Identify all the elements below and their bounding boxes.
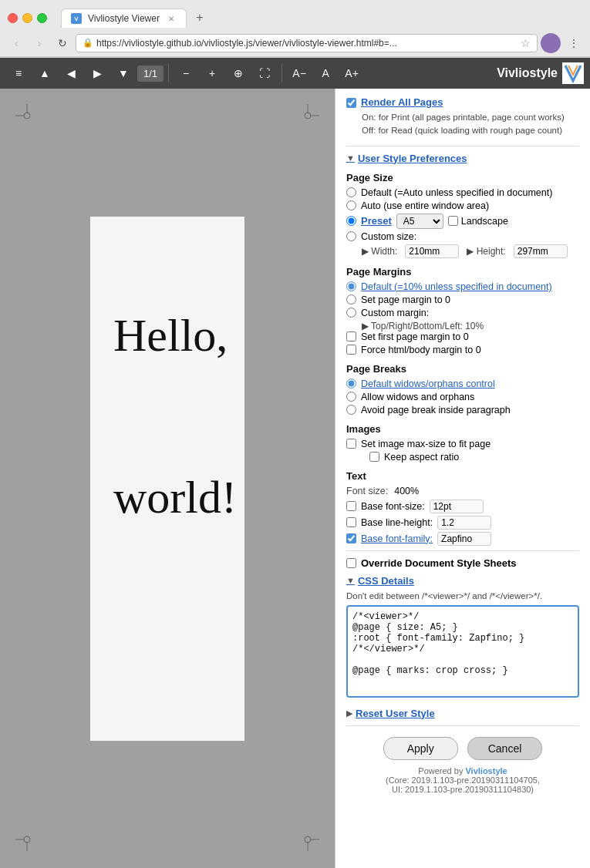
css-details-arrow-icon: ▼ — [346, 576, 355, 585]
text-section: Text Font size: 400% Base font-size: Bas… — [346, 470, 579, 546]
breaks-allow-radio[interactable] — [346, 392, 356, 402]
landscape-checkbox[interactable] — [448, 216, 458, 226]
custom-size-row: ▶ Width: ▶ Height: — [362, 244, 579, 258]
tab-close-icon[interactable]: ✕ — [166, 13, 177, 24]
footer-ui-info: UI: 2019.1.103-pre.20190311104830) — [346, 785, 579, 794]
fit-page-button[interactable]: ⛶ — [252, 61, 277, 86]
margin-default-row: Default (=10% unless specified in docume… — [346, 281, 579, 292]
margin-default-radio[interactable] — [346, 281, 356, 291]
new-tab-button[interactable]: + — [190, 8, 210, 28]
breaks-avoid-radio[interactable] — [346, 405, 356, 415]
footer-powered-by: Powered by Vivliostyle — [346, 766, 579, 775]
traffic-lights — [8, 13, 47, 23]
close-button[interactable] — [8, 13, 18, 23]
zoom-out-button[interactable]: − — [174, 61, 198, 86]
title-bar: V Vivliostyle Viewer ✕ + — [0, 0, 590, 29]
page-size-custom-radio[interactable] — [346, 231, 356, 241]
address-bar[interactable]: 🔒 https://vivliostyle.github.io/vivliost… — [76, 34, 538, 52]
toolbar-separator-2 — [282, 64, 282, 82]
bookmark-icon[interactable]: ☆ — [521, 37, 531, 49]
back-button[interactable]: ‹ — [6, 33, 26, 53]
page-size-auto-label: Auto (use entire window area) — [361, 200, 489, 211]
preset-select[interactable]: A5 A4 A3 B5 Letter — [396, 214, 443, 229]
svg-point-9 — [24, 836, 30, 843]
margin-custom-label: Custom margin: — [361, 308, 429, 318]
image-max-size-label: Set image max-size to fit page — [361, 439, 491, 449]
viewer-toolbar: ≡ ▲ ◀ ▶ ▼ 1/1 − + ⊕ ⛶ A− A A+ Vivliostyl… — [0, 58, 590, 89]
css-textarea[interactable] — [346, 605, 579, 698]
minimize-button[interactable] — [22, 13, 32, 23]
page-size-custom-row: Custom size: — [346, 231, 579, 242]
browser-chrome: V Vivliostyle Viewer ✕ + ‹ › ↻ 🔒 https:/… — [0, 0, 590, 58]
force-html-checkbox[interactable] — [346, 345, 356, 355]
refresh-button[interactable]: ↻ — [52, 33, 72, 53]
keep-aspect-row: Keep aspect ratio — [369, 452, 579, 463]
width-input[interactable] — [405, 244, 459, 258]
zoom-in-button[interactable]: + — [200, 61, 224, 86]
forward-button[interactable]: › — [29, 33, 49, 53]
next-page-button[interactable]: ▶ — [85, 61, 110, 86]
breaks-avoid-label: Avoid page break inside paragraph — [361, 405, 511, 415]
font-smaller-button[interactable]: A− — [287, 61, 312, 86]
reset-user-style-label: Reset User Style — [356, 708, 435, 719]
margin-custom-radio[interactable] — [346, 308, 356, 318]
landscape-check: Landscape — [448, 216, 508, 227]
zoom-fit-button[interactable]: ⊕ — [226, 61, 251, 86]
crop-mark-tl — [15, 104, 39, 130]
images-label: Images — [346, 423, 579, 435]
preview-text-line1: Hello, — [113, 309, 228, 362]
margin-zero-radio[interactable] — [346, 294, 356, 304]
cancel-button[interactable]: Cancel — [467, 737, 543, 760]
footer-brand[interactable]: Vivliostyle — [465, 766, 507, 775]
crop-mark-bl — [15, 828, 39, 853]
css-details-label: CSS Details — [358, 575, 414, 587]
base-font-size-row: Base font-size: — [346, 500, 579, 513]
page-size-preset-radio[interactable] — [346, 216, 356, 226]
base-line-height-input[interactable] — [437, 516, 491, 530]
user-style-preferences-header[interactable]: ▼ User Style Preferences — [346, 153, 579, 164]
menu-button[interactable]: ⋮ — [564, 33, 584, 53]
preview-page: Hello, world! — [90, 217, 244, 741]
toolbar-separator — [168, 64, 169, 82]
profile-button[interactable] — [541, 33, 561, 53]
tab-title: Vivliostyle Viewer — [88, 13, 160, 24]
address-text: https://vivliostyle.github.io/vivliostyl… — [96, 38, 518, 49]
apply-button[interactable]: Apply — [383, 737, 458, 760]
reset-arrow-icon: ▶ — [346, 708, 352, 718]
render-all-label[interactable]: Render All Pages — [361, 96, 443, 108]
margin-default-label: Default (=10% unless specified in docume… — [361, 281, 552, 292]
override-checkbox[interactable] — [346, 558, 356, 568]
crop-mark-br — [296, 828, 319, 853]
page-size-default-radio[interactable] — [346, 187, 356, 197]
page-breaks-label: Page Breaks — [346, 363, 579, 375]
base-line-height-label: Base line-height: — [361, 517, 433, 528]
base-line-height-checkbox[interactable] — [346, 517, 356, 527]
height-input[interactable] — [514, 244, 568, 258]
page-size-auto-radio[interactable] — [346, 200, 356, 210]
base-font-size-input[interactable] — [430, 500, 484, 513]
maximize-button[interactable] — [37, 13, 47, 23]
base-font-size-checkbox[interactable] — [346, 501, 356, 511]
font-larger-button[interactable]: A+ — [339, 61, 364, 86]
base-font-size-label: Base font-size: — [361, 501, 425, 512]
scroll-up-icon[interactable]: ▲ — [32, 61, 57, 86]
css-details-header[interactable]: ▼ CSS Details — [346, 575, 579, 587]
render-all-checkbox[interactable] — [346, 98, 356, 108]
base-font-family-label: Base font-family: — [361, 533, 433, 544]
menu-icon[interactable]: ≡ — [6, 61, 31, 86]
set-first-zero-checkbox[interactable] — [346, 331, 356, 341]
breaks-default-radio[interactable] — [346, 378, 356, 389]
active-tab[interactable]: V Vivliostyle Viewer ✕ — [61, 8, 187, 28]
keep-aspect-checkbox[interactable] — [369, 452, 379, 462]
scroll-down-icon[interactable]: ▼ — [111, 61, 136, 86]
font-default-button[interactable]: A — [313, 61, 338, 86]
base-font-family-input[interactable] — [437, 532, 491, 546]
breaks-avoid-row: Avoid page break inside paragraph — [346, 405, 579, 415]
base-font-family-checkbox[interactable] — [346, 533, 356, 543]
lock-icon: 🔒 — [83, 38, 93, 48]
margin-custom-hint: ▶ Top/Right/Bottom/Left: 10% — [362, 321, 579, 331]
prev-page-button[interactable]: ◀ — [59, 61, 83, 86]
reset-user-style-section[interactable]: ▶ Reset User Style — [346, 708, 579, 719]
svg-point-3 — [24, 113, 30, 119]
image-max-size-checkbox[interactable] — [346, 439, 356, 449]
